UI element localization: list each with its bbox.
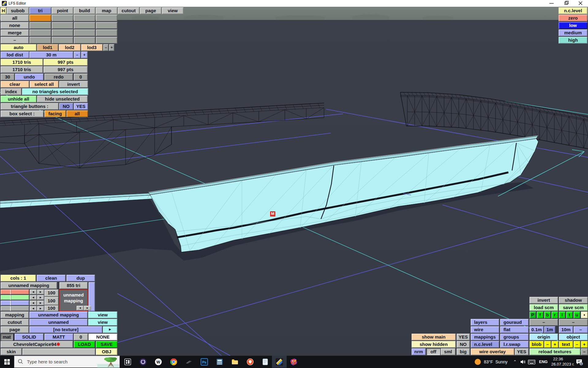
svg-text:Ps: Ps <box>202 360 206 364</box>
svg-text:1: 1 <box>580 362 582 366</box>
svg-text:W: W <box>156 360 160 364</box>
